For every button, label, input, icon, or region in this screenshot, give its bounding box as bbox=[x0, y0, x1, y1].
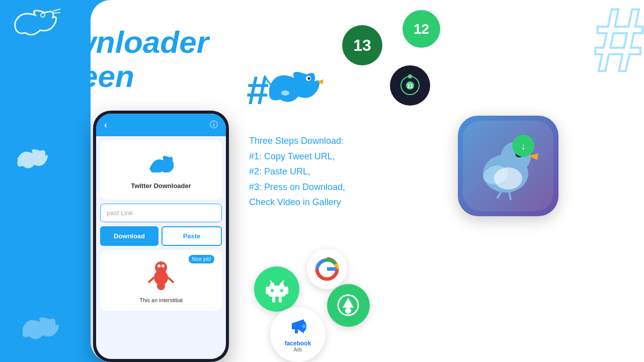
svg-rect-35 bbox=[285, 287, 288, 294]
megaphone-icon bbox=[288, 316, 308, 340]
svg-rect-34 bbox=[266, 287, 269, 294]
title-line2: Screen bbox=[30, 59, 134, 94]
phone-back-button[interactable]: ‹ bbox=[104, 120, 107, 130]
phone-buttons: Download Paste bbox=[100, 226, 222, 246]
phone-ad-text: This an interstitial bbox=[108, 297, 214, 303]
hashtag-decoration-top: # bbox=[594, 0, 644, 85]
circle-facebook: facebook Ads bbox=[270, 307, 326, 362]
facebook-label: facebook bbox=[285, 340, 311, 347]
svg-line-28 bbox=[148, 278, 154, 283]
phone-header: ‹ ⓘ bbox=[96, 114, 226, 136]
android-badge-13: 13 bbox=[342, 25, 382, 65]
bird-decoration-top bbox=[10, 5, 60, 46]
svg-line-2 bbox=[53, 13, 60, 13]
app-icon: ↓ bbox=[458, 116, 558, 216]
circle-google bbox=[307, 249, 347, 289]
android-badge-12: 12 bbox=[403, 10, 440, 48]
bird-decoration-mid bbox=[15, 146, 48, 179]
svg-point-47 bbox=[302, 324, 306, 328]
steps-text: Three Steps Download: #1: Copy Tweet URL… bbox=[249, 133, 405, 210]
svg-line-29 bbox=[168, 278, 174, 283]
svg-rect-37 bbox=[279, 297, 282, 303]
svg-text:11: 11 bbox=[407, 83, 413, 89]
svg-point-45 bbox=[345, 308, 351, 314]
svg-point-30 bbox=[157, 282, 165, 290]
svg-point-26 bbox=[162, 264, 165, 267]
svg-point-41 bbox=[280, 289, 283, 292]
phone-ad-area: Nice job! This an interstitial bbox=[100, 250, 222, 311]
svg-point-8 bbox=[281, 90, 289, 96]
svg-point-11 bbox=[307, 77, 310, 80]
svg-line-1 bbox=[53, 9, 60, 11]
svg-point-0 bbox=[41, 13, 45, 17]
svg-text:↓: ↓ bbox=[521, 141, 526, 151]
phone-twitter-icon bbox=[110, 150, 212, 178]
nice-job-bubble: Nice job! bbox=[189, 255, 214, 263]
circle-android bbox=[254, 266, 299, 312]
phone-app-title: Twitter Downloader bbox=[110, 182, 212, 190]
android-badge-11: 11 bbox=[390, 65, 430, 106]
svg-point-19 bbox=[494, 167, 522, 190]
phone-paste-button[interactable]: Paste bbox=[162, 226, 222, 246]
phone-input-field[interactable]: past Link bbox=[100, 204, 222, 222]
svg-marker-44 bbox=[343, 298, 354, 308]
circle-android-studio bbox=[327, 284, 370, 327]
phone-logo-area: Twitter Downloader bbox=[100, 140, 222, 200]
svg-point-5 bbox=[408, 74, 412, 78]
brand-text: TWITTER DOWNLOADER bbox=[438, 266, 629, 322]
phone-screen: ‹ ⓘ Twitter Downloader past Link Downloa… bbox=[96, 114, 226, 359]
bird-decoration-bottom bbox=[20, 313, 60, 352]
phone-download-button[interactable]: Download bbox=[100, 226, 158, 246]
phone-info-button[interactable]: ⓘ bbox=[210, 120, 218, 130]
hashtag-bird-decoration: # bbox=[247, 65, 325, 116]
svg-point-25 bbox=[157, 264, 160, 267]
svg-rect-36 bbox=[272, 297, 275, 303]
phone-mockup: ‹ ⓘ Twitter Downloader past Link Downloa… bbox=[93, 111, 229, 362]
facebook-ads-label: Ads bbox=[293, 347, 302, 352]
svg-point-40 bbox=[271, 289, 274, 292]
